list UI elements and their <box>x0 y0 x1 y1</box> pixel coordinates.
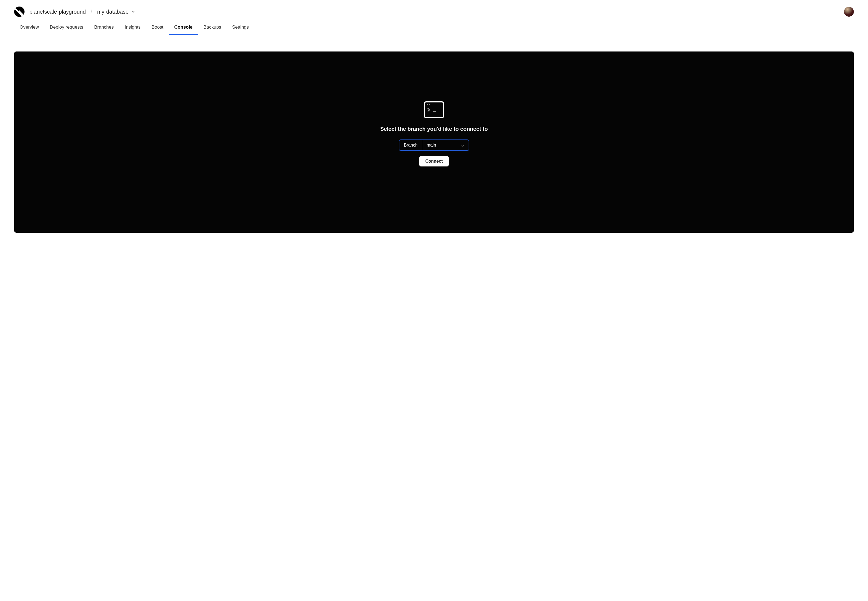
tab-branches[interactable]: Branches <box>94 24 114 35</box>
console-panel: Select the branch you'd like to connect … <box>14 52 854 233</box>
header: planetscale-playground / my-database Ove… <box>0 0 868 35</box>
console-prompt-heading: Select the branch you'd like to connect … <box>380 126 488 132</box>
branch-selector-dropdown[interactable]: main <box>422 140 468 150</box>
chevron-down-icon <box>461 143 464 147</box>
tab-insights[interactable]: Insights <box>125 24 141 35</box>
tab-overview[interactable]: Overview <box>20 24 39 35</box>
tab-console[interactable]: Console <box>174 24 192 35</box>
console-controls: Branch main Connect <box>399 140 469 166</box>
connect-button[interactable]: Connect <box>419 156 449 166</box>
chevron-down-icon <box>131 10 135 14</box>
branch-selector: Branch main <box>399 140 469 151</box>
main-content: Select the branch you'd like to connect … <box>0 35 868 249</box>
nav-tabs: Overview Deploy requests Branches Insigh… <box>14 24 854 35</box>
terminal-icon <box>424 101 444 118</box>
database-name: my-database <box>97 9 128 15</box>
database-selector[interactable]: my-database <box>97 9 135 15</box>
planetscale-logo-icon[interactable] <box>14 6 24 17</box>
breadcrumb-row: planetscale-playground / my-database <box>14 6 854 17</box>
breadcrumb: planetscale-playground / my-database <box>14 6 135 17</box>
branch-selected-value: main <box>427 143 436 148</box>
branch-selector-label: Branch <box>400 140 422 150</box>
tab-backups[interactable]: Backups <box>203 24 221 35</box>
user-avatar[interactable] <box>844 7 854 17</box>
org-name-link[interactable]: planetscale-playground <box>29 9 86 15</box>
breadcrumb-separator: / <box>91 9 92 15</box>
tab-boost[interactable]: Boost <box>151 24 163 35</box>
tab-settings[interactable]: Settings <box>232 24 249 35</box>
console-empty-state: Select the branch you'd like to connect … <box>380 101 488 166</box>
tab-deploy-requests[interactable]: Deploy requests <box>50 24 83 35</box>
